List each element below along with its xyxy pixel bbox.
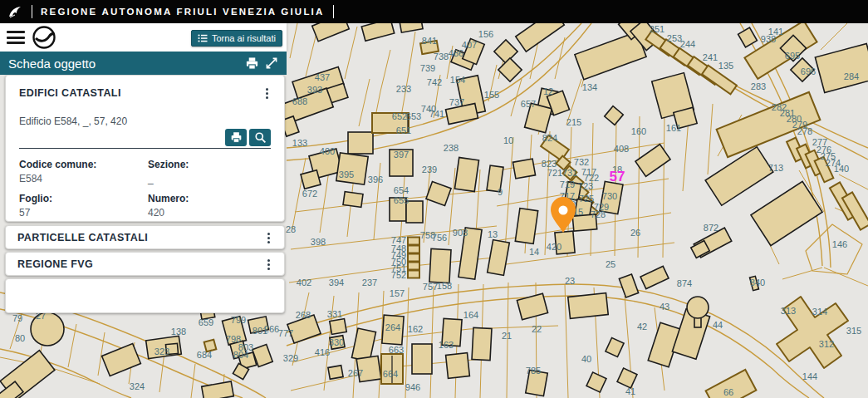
parcel-label: 398	[311, 237, 326, 247]
parcel-label: 841	[422, 36, 437, 46]
parcel-label: 324	[130, 381, 145, 391]
parcel-label: 237	[362, 278, 377, 287]
parcel-label: 215	[566, 117, 581, 127]
app-logo-icon[interactable]	[32, 25, 56, 50]
parcel-label: 908	[453, 228, 468, 238]
parcel-label: 400	[320, 146, 335, 156]
divider	[333, 5, 334, 18]
parcel-label: 728	[591, 209, 606, 219]
field-numero: Numero: 420	[148, 193, 271, 219]
parcel-label: 40	[581, 354, 591, 364]
parcel-label: 278	[797, 126, 812, 136]
parcel-label: 731	[562, 168, 577, 178]
building	[446, 353, 470, 379]
parcel-label: 696	[801, 66, 816, 76]
parcel-label: 158	[437, 281, 452, 291]
building	[408, 263, 419, 270]
parcel-label: 684	[197, 350, 212, 360]
parcel-label: 938	[761, 34, 776, 44]
field-codice-comune: Codice comune: E584	[19, 159, 148, 184]
parcel-label: 323	[154, 346, 169, 356]
menu-icon[interactable]	[7, 31, 25, 44]
parcel-label: 284	[844, 71, 859, 81]
parcel-label: 672	[302, 189, 317, 199]
parcel-label: 163	[439, 340, 454, 350]
section-menu-icon[interactable]	[263, 86, 271, 101]
parcel-label: 757	[423, 282, 438, 292]
parcel-label: 41	[625, 386, 635, 396]
card-empty	[5, 278, 285, 313]
parcel-label: 741	[429, 109, 444, 119]
parcel-label: 138	[171, 327, 186, 337]
parcel-label: 42	[637, 322, 647, 332]
parcel-label: 238	[444, 143, 459, 153]
parcel-label: 785	[526, 366, 541, 376]
parcel-label: 416	[315, 347, 330, 357]
parcel-label: 267	[348, 368, 363, 378]
app-window: REGIONE AUTONOMA FRIULI VENEZIA GIULIA 4…	[0, 0, 868, 398]
parcel-label: 397	[394, 150, 409, 160]
building	[336, 153, 368, 184]
parcel-label: 737	[449, 97, 464, 107]
section-menu-icon[interactable]	[265, 230, 272, 246]
parcel-label: 840	[750, 278, 765, 287]
building	[472, 327, 492, 360]
parcel-label: 659	[199, 317, 213, 327]
print-result-button[interactable]	[225, 129, 247, 146]
parcel-label: 283	[751, 81, 766, 91]
parcel-label: 162	[408, 324, 423, 334]
parcel-label: 799	[231, 315, 246, 325]
parcel-label: 264	[385, 322, 400, 332]
divider	[32, 5, 32, 18]
parcel-label: 160	[631, 126, 646, 136]
expand-panel-icon[interactable]	[262, 55, 282, 71]
panel-toolbar: Torna ai risultati	[0, 23, 287, 52]
parcel-label: 10	[503, 135, 513, 145]
back-to-results-button[interactable]: Torna ai risultati	[191, 30, 282, 47]
print-panel-icon[interactable]	[242, 55, 262, 71]
parcel-label: 14	[529, 247, 539, 257]
parcel-label: 946	[405, 382, 420, 392]
card-regione-fvg[interactable]: REGIONE FVG	[5, 252, 285, 276]
parcel-label: 738	[434, 52, 449, 61]
parcel-label: 314	[812, 307, 827, 317]
parcel-label: 239	[422, 165, 437, 174]
parcel-label: 44	[713, 320, 723, 330]
building	[343, 192, 363, 208]
section-menu-icon[interactable]	[265, 257, 272, 273]
zoom-to-result-button[interactable]	[249, 129, 271, 146]
building	[412, 344, 432, 374]
card-particelle-catastali[interactable]: PARTICELLE CATASTALI	[5, 225, 285, 249]
parcel-label: 874	[677, 278, 692, 288]
building	[328, 366, 343, 380]
parcel-label: 164	[463, 310, 478, 320]
building	[408, 254, 419, 262]
parcel-label: 752	[391, 270, 406, 280]
parcel-label: 486	[449, 48, 463, 58]
parcel-label: 315	[846, 326, 861, 336]
result-actions	[19, 129, 271, 149]
parcel-label: 12	[543, 86, 553, 96]
parcel-label: 723	[578, 181, 593, 191]
parcel-label: 134	[582, 82, 597, 92]
region-eagle-icon	[7, 3, 23, 20]
parcel-label: 154	[450, 75, 465, 85]
building-round	[687, 297, 709, 318]
parcel-label: 824	[542, 133, 557, 143]
parcel-label: 140	[834, 164, 849, 174]
parcel-label: 872	[704, 223, 718, 233]
parcel-label: 241	[703, 52, 718, 62]
parcel-label: 756	[432, 233, 447, 243]
parcel-label: 688	[292, 96, 307, 106]
card-edifici-catastali: EDIFICI CATASTALI Edificio E584, _, 57, …	[5, 75, 285, 222]
building	[408, 238, 419, 245]
field-foglio: Foglio: 57	[19, 193, 148, 219]
section-title: EDIFICI CATASTALI	[19, 87, 121, 99]
section-title: PARTICELLE CATASTALI	[17, 232, 148, 243]
parcel-label: 730	[602, 191, 617, 201]
parcel-label: 135	[718, 61, 733, 71]
parcel-label: 732	[574, 157, 589, 167]
parcel-label: 156	[478, 29, 493, 39]
parcel-label: 719	[560, 179, 575, 189]
parcel-label: 155	[484, 90, 499, 100]
